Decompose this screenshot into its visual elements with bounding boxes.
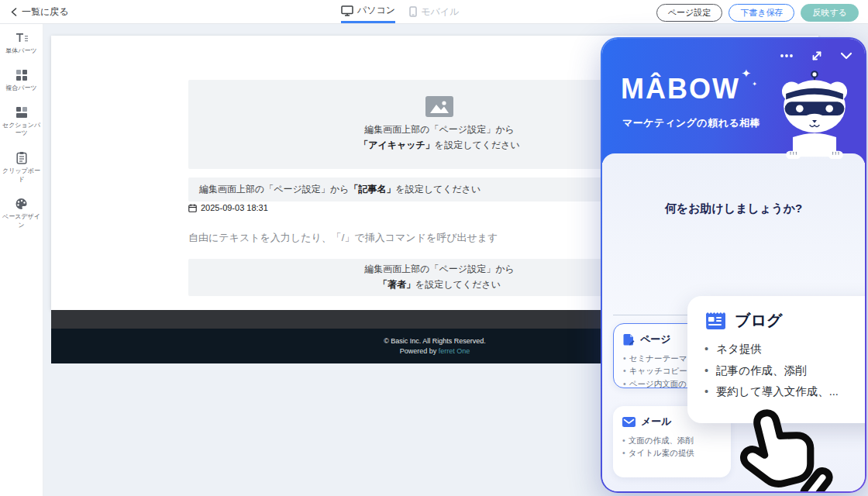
image-placeholder-icon xyxy=(425,96,453,117)
assistant-heading: 何をお助けしましょうか? xyxy=(602,202,865,216)
back-label: 一覧に戻る xyxy=(22,5,69,19)
section-part-icon xyxy=(16,106,28,119)
calendar-icon xyxy=(188,204,197,212)
smartphone-icon xyxy=(409,6,417,17)
tab-mobile[interactable]: モバイル xyxy=(409,0,459,23)
copyright-text: © Basic Inc. All Rights Reserved. xyxy=(384,337,486,345)
body-text-input[interactable]: 自由にテキストを入力したり、「/」で挿入コマンドを呼び出せます xyxy=(188,231,498,245)
sidebar-item-base-design[interactable]: ベースデザイン xyxy=(2,198,41,230)
text-part-icon xyxy=(15,33,29,44)
page-doc-icon xyxy=(623,333,635,346)
save-draft-button[interactable]: 下書き保存 xyxy=(728,4,794,22)
sparkle-icon: ✦ xyxy=(752,81,759,88)
powered-by-text: Powered by ferret One xyxy=(400,347,470,355)
list-item: 記事の作成、添削 xyxy=(704,360,865,382)
device-tabs: パソコン モバイル xyxy=(341,0,459,23)
mabow-logo: MÂBOW✦✦ xyxy=(621,73,740,105)
sidebar-item-single-parts[interactable]: 単体パーツ xyxy=(2,33,41,56)
chevron-left-icon xyxy=(11,8,17,16)
sidebar-item-clipboard[interactable]: クリップボード xyxy=(2,151,41,184)
sidebar-item-composite-parts[interactable]: 複合パーツ xyxy=(2,69,41,93)
list-item: タイトル案の提供 xyxy=(622,446,722,459)
tab-desktop[interactable]: パソコン xyxy=(341,0,395,23)
sidebar-item-label: 複合パーツ xyxy=(5,84,36,93)
mabow-body: 何をお助けしましょうか? ページ セミナーテーマ キャッチコピー ページ内文面の xyxy=(602,153,865,491)
card-page-title: ページ xyxy=(640,332,671,346)
collapse-chevron-icon[interactable] xyxy=(840,52,852,60)
publish-button[interactable]: 反映する xyxy=(801,4,859,22)
tab-mobile-label: モバイル xyxy=(421,5,459,19)
mail-icon xyxy=(622,417,636,427)
app-window: 一覧に戻る パソコン モバイル ページ設定 下書き保存 反映する 単体パーツ 複… xyxy=(0,0,868,496)
blog-popup-title: ブログ xyxy=(735,310,782,331)
grid-part-icon xyxy=(16,69,28,81)
list-item: 要約して導入文作成、... xyxy=(704,381,865,403)
eyecatch-hint: 編集画面上部の「ページ設定」から 「アイキャッチ」を設定してください xyxy=(359,122,520,153)
clipboard-icon xyxy=(16,151,27,164)
blog-popup-items: ネタ提供 記事の作成、添削 要約して導入文作成、... xyxy=(704,339,865,403)
author-hint: 編集画面上部の「ページ設定」から 「著者」を設定してください xyxy=(364,262,514,293)
publish-date-value: 2025-09-03 18:31 xyxy=(201,203,268,212)
title-hint: 編集画面上部の「ページ設定」から「記事名」を設定してください xyxy=(199,183,480,196)
sidebar-item-label: セクションパーツ xyxy=(2,122,41,139)
mabow-assistant-panel: MÂBOW✦✦ マーケティングの頼れる相棒 xyxy=(601,37,866,493)
mabow-mascot-ferret xyxy=(769,70,860,166)
card-mail-items: 文面の作成、添削 タイトル案の提供 xyxy=(622,434,722,460)
more-options-icon[interactable] xyxy=(780,53,794,58)
palette-icon xyxy=(15,198,28,210)
back-to-list-button[interactable]: 一覧に戻る xyxy=(11,0,69,23)
blog-icon xyxy=(704,311,725,330)
card-mail-title: メール xyxy=(641,415,672,429)
tab-desktop-label: パソコン xyxy=(357,4,395,17)
panel-header-icons xyxy=(780,50,852,62)
expand-icon[interactable] xyxy=(811,50,823,62)
list-item: 文面の作成、添削 xyxy=(622,434,722,446)
sidebar-item-label: 単体パーツ xyxy=(5,47,36,56)
list-item: ネタ提供 xyxy=(704,339,865,360)
mabow-panel-inner: MÂBOW✦✦ マーケティングの頼れる相棒 xyxy=(602,39,865,491)
ferret-one-link[interactable]: ferret One xyxy=(439,347,470,355)
page-settings-button[interactable]: ページ設定 xyxy=(656,4,723,22)
topbar: 一覧に戻る パソコン モバイル ページ設定 下書き保存 反映する xyxy=(0,0,868,24)
topbar-actions: ページ設定 下書き保存 反映する xyxy=(656,4,859,22)
publish-date-field[interactable]: 2025-09-03 18:31 xyxy=(188,203,268,212)
parts-sidebar: 単体パーツ 複合パーツ セクションパーツ クリップボード ベースデザイン xyxy=(0,23,43,496)
sidebar-item-label: ベースデザイン xyxy=(2,213,41,230)
mabow-tagline: マーケティングの頼れる相棒 xyxy=(622,116,760,130)
blog-popup-card[interactable]: ブログ ネタ提供 記事の作成、添削 要約して導入文作成、... xyxy=(687,296,865,423)
sidebar-item-section-parts[interactable]: セクションパーツ xyxy=(2,106,41,139)
sidebar-item-label: クリップボード xyxy=(2,167,41,184)
monitor-icon xyxy=(341,5,353,16)
sparkle-icon: ✦ xyxy=(741,67,753,81)
